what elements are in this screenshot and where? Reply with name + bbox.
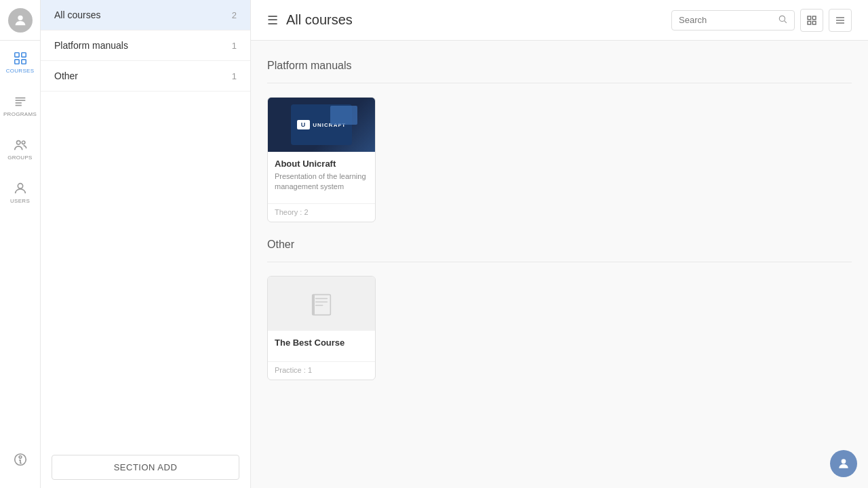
content-area: Platform manuals U UNICRAFT A — [251, 41, 868, 410]
svg-rect-19 — [812, 21, 816, 24]
all-courses-label: All courses — [54, 9, 100, 20]
svg-rect-23 — [313, 294, 331, 314]
svg-point-11 — [18, 184, 22, 188]
svg-rect-3 — [14, 60, 18, 64]
title-area: ☰ All courses — [267, 12, 353, 28]
hamburger-icon: ☰ — [267, 13, 278, 28]
svg-rect-27 — [313, 294, 315, 314]
nav-item-programs[interactable]: PROGRAMS — [0, 84, 41, 127]
card-footer-best-course: Practice : 1 — [268, 361, 375, 380]
nav-bottom — [0, 438, 41, 481]
section-add-button[interactable]: SECTION ADD — [52, 455, 239, 480]
section-platform-manuals-title: Platform manuals — [267, 60, 852, 72]
svg-rect-24 — [315, 298, 328, 299]
svg-rect-16 — [808, 16, 811, 20]
nav-courses-label: COURSES — [6, 68, 35, 74]
svg-point-13 — [19, 456, 22, 459]
header-actions — [671, 9, 852, 32]
divider — [267, 83, 852, 83]
svg-line-15 — [785, 20, 787, 22]
nav-item-groups[interactable]: GROUPS — [0, 127, 41, 171]
sidebar-item-platform-manuals[interactable]: Platform manuals 1 — [41, 30, 250, 61]
other-count: 1 — [232, 71, 237, 81]
card-body-unicraft: About Unicraft Presentation of the learn… — [268, 152, 375, 198]
svg-point-9 — [16, 141, 20, 145]
svg-rect-17 — [812, 16, 816, 20]
nav-programs-label: PROGRAMS — [3, 111, 37, 117]
nav-item-users[interactable]: USERS — [0, 171, 41, 214]
list-view-button[interactable] — [829, 9, 852, 32]
main-header: ☰ All courses — [251, 0, 868, 41]
nav-sidebar: COURSES PROGRAMS GROUPS USERS — [0, 0, 41, 488]
search-input[interactable] — [679, 15, 774, 25]
card-image-empty — [268, 277, 375, 331]
svg-rect-25 — [315, 301, 328, 302]
card-image-unicraft: U UNICRAFT — [268, 98, 375, 152]
book-icon — [308, 290, 335, 317]
sidebar-item-other[interactable]: Other 1 — [41, 61, 250, 92]
svg-point-0 — [18, 15, 22, 20]
footer-label-unicraft: Theory — [275, 208, 298, 216]
nav-groups-label: GROUPS — [7, 155, 32, 161]
search-box[interactable] — [671, 10, 795, 30]
footer-count-val-best-course: 1 — [308, 366, 312, 374]
platform-manuals-count: 1 — [232, 41, 237, 51]
support-button[interactable] — [830, 450, 857, 477]
footer-label-best-course: Practice — [275, 366, 302, 374]
svg-rect-1 — [14, 53, 18, 57]
svg-rect-4 — [21, 60, 25, 64]
course-card-best-course[interactable]: The Best Course Practice : 1 — [267, 276, 376, 380]
platform-manuals-label: Platform manuals — [54, 40, 128, 51]
card-desc-unicraft: Presentation of the learning management … — [275, 171, 368, 192]
nav-users-label: USERS — [10, 198, 30, 204]
platform-manuals-cards: U UNICRAFT About Unicraft Presentation o… — [267, 97, 852, 222]
search-icon — [778, 14, 787, 26]
avatar — [8, 8, 33, 33]
card-title-best-course: The Best Course — [275, 338, 368, 348]
avatar-container[interactable] — [0, 0, 41, 41]
sidebar-list: All courses 2 Platform manuals 1 Other 1 — [41, 0, 250, 447]
card-body-best-course: The Best Course — [268, 331, 375, 356]
all-courses-count: 2 — [232, 10, 237, 20]
svg-rect-26 — [315, 304, 323, 306]
grid-view-button[interactable] — [800, 9, 823, 32]
svg-rect-2 — [21, 53, 25, 57]
sidebar-item-all-courses[interactable]: All courses 2 — [41, 0, 250, 30]
svg-rect-18 — [808, 21, 811, 24]
page-title: All courses — [286, 12, 353, 28]
course-card-about-unicraft[interactable]: U UNICRAFT About Unicraft Presentation o… — [267, 97, 376, 222]
svg-point-14 — [779, 16, 785, 21]
card-title-unicraft: About Unicraft — [275, 159, 368, 169]
card-footer-unicraft: Theory : 2 — [268, 203, 375, 222]
section-other: Other The Best Course — [267, 239, 852, 380]
section-platform-manuals: Platform manuals U UNICRAFT A — [267, 60, 852, 222]
svg-point-28 — [842, 459, 846, 464]
divider-other — [267, 262, 852, 262]
other-cards: The Best Course Practice : 1 — [267, 276, 852, 380]
svg-point-10 — [22, 141, 25, 144]
nav-help[interactable] — [0, 438, 41, 481]
other-label: Other — [54, 70, 78, 81]
nav-item-courses[interactable]: COURSES — [0, 41, 41, 84]
footer-count-val-unicraft: 2 — [304, 208, 308, 216]
main-content: ☰ All courses — [251, 0, 868, 488]
section-other-title: Other — [267, 239, 852, 251]
sidebar: All courses 2 Platform manuals 1 Other 1… — [41, 0, 251, 488]
